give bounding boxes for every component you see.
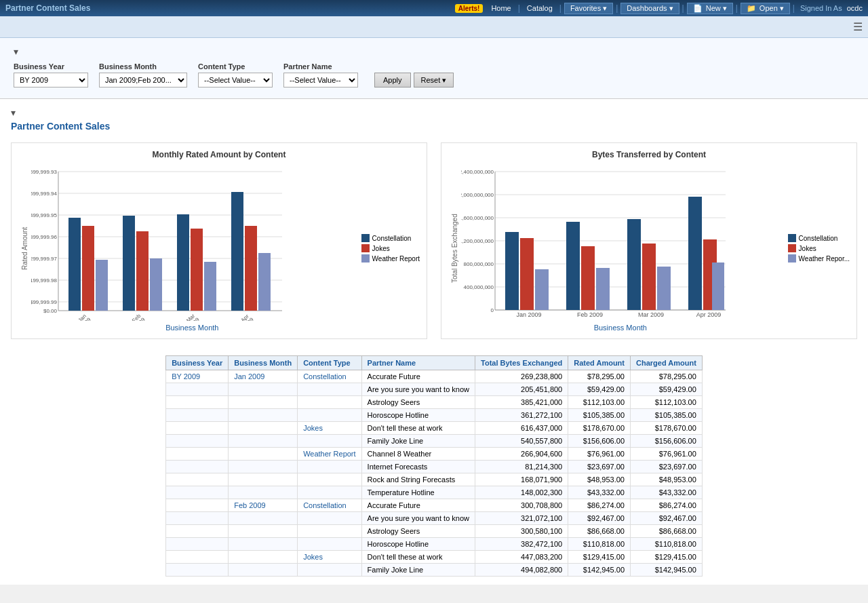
dashboards-dropdown[interactable]: Dashboards ▾ <box>620 3 679 14</box>
business-month-filter: Business Month Jan 2009;Feb 200... <box>99 62 187 87</box>
chart2-legend: Constellation Jokes Weather Repor... <box>788 165 850 332</box>
table-row: Temperature Hotline148,002,300$43,332.00… <box>166 486 703 499</box>
favorites-dropdown[interactable]: Favorites ▾ <box>564 3 613 14</box>
legend2-jokes-color <box>788 244 796 252</box>
catalog-nav[interactable]: Catalog <box>523 3 557 14</box>
section-title: Partner Content Sales <box>11 121 857 132</box>
alert-badge[interactable]: Alerts! <box>455 4 484 13</box>
table-row: Rock and String Forecasts168,071,900$48,… <box>166 473 703 486</box>
svg-text:$299,999.97: $299,999.97 <box>31 256 58 262</box>
chart1-inner: $699,999.93 $599,999.94 $499,999.95 $399… <box>31 165 353 332</box>
filter-buttons: Apply Reset ▾ <box>374 73 454 87</box>
table-row: BY 2009Jan 2009ConstellationAccurate Fut… <box>166 370 703 383</box>
col-total-bytes: Total Bytes Exchanged <box>475 356 568 370</box>
chart1-title: Monthly Rated Amount by Content <box>18 150 420 159</box>
svg-rect-28 <box>258 253 271 311</box>
business-month-label: Business Month <box>99 62 187 71</box>
legend-weather-color <box>361 254 370 262</box>
col-content-type: Content Type <box>298 356 361 370</box>
svg-text:1,200,000,000: 1,200,000,000 <box>461 238 494 244</box>
new-dropdown[interactable]: 📄 New ▾ <box>687 3 733 14</box>
col-rated-amount: Rated Amount <box>568 356 631 370</box>
table-row: Are you sure you want to know205,451,800… <box>166 383 703 396</box>
settings-icon[interactable]: ☰ <box>853 20 863 33</box>
svg-rect-62 <box>688 197 702 310</box>
table-row: JokesDon't tell these at work447,083,200… <box>166 551 703 564</box>
table-row: Are you sure you want to know321,072,100… <box>166 512 703 525</box>
content-type-select[interactable]: --Select Value-- <box>198 73 273 87</box>
filter-row: Business Year BY 2009 Business Month Jan… <box>14 62 854 87</box>
svg-text:1,600,000,000: 1,600,000,000 <box>461 215 494 221</box>
content-type-label: Content Type <box>198 62 273 71</box>
apply-button[interactable]: Apply <box>374 73 411 87</box>
svg-rect-19 <box>96 260 108 311</box>
col-business-month: Business Month <box>229 356 298 370</box>
table-row: JokesDon't tell these at work616,437,000… <box>166 422 703 435</box>
legend2-jokes: Jokes <box>788 244 850 252</box>
svg-rect-55 <box>535 269 549 310</box>
svg-rect-23 <box>177 214 189 311</box>
svg-rect-21 <box>136 231 149 311</box>
partner-name-select[interactable]: --Select Value-- <box>283 73 358 87</box>
table-row: Astrology Seers300,580,100$86,668.00$86,… <box>166 525 703 538</box>
partner-name-label: Partner Name <box>283 62 358 71</box>
svg-rect-60 <box>642 244 656 310</box>
table-row: Family Joke Line494,082,800$142,945.00$1… <box>166 564 703 577</box>
svg-rect-58 <box>596 268 610 310</box>
legend2-constellation: Constellation <box>788 234 850 242</box>
legend-jokes-color <box>361 244 370 252</box>
business-month-select[interactable]: Jan 2009;Feb 200... <box>99 73 187 87</box>
legend-constellation: Constellation <box>361 234 420 242</box>
table-row: Astrology Seers385,421,000$112,103.00$11… <box>166 396 703 409</box>
svg-text:$199,999.98: $199,999.98 <box>31 277 58 284</box>
svg-text:$399,999.96: $399,999.96 <box>31 234 58 240</box>
legend2-constellation-color <box>788 234 796 242</box>
business-year-select[interactable]: BY 2009 <box>14 73 88 87</box>
data-table: Business Year Business Month Content Typ… <box>165 355 703 577</box>
svg-text:Apr 2009: Apr 2009 <box>696 311 722 318</box>
chart2-svg: 2,400,000,000 2,000,000,000 1,600,000,00… <box>461 165 732 321</box>
business-year-label: Business Year <box>14 62 88 71</box>
svg-text:Feb 2009: Feb 2009 <box>577 311 603 318</box>
chart2-title: Bytes Transferred by Content <box>448 150 850 159</box>
svg-text:Jan 2009: Jan 2009 <box>516 311 541 318</box>
content-area: ▾ Partner Content Sales Monthly Rated Am… <box>0 99 868 585</box>
chart-rated-amount: Monthly Rated Amount by Content Rated Am… <box>11 142 427 339</box>
table-row: Horoscope Hotline361,272,100$105,385.00$… <box>166 409 703 422</box>
svg-rect-20 <box>123 216 135 311</box>
charts-row: Monthly Rated Amount by Content Rated Am… <box>11 142 857 339</box>
svg-text:$599,999.94: $599,999.94 <box>31 191 58 197</box>
legend-weather: Weather Report <box>361 254 420 262</box>
filter-toggle[interactable]: ▾ <box>14 46 854 57</box>
svg-rect-57 <box>581 246 595 310</box>
section-toggle[interactable]: ▾ <box>11 107 857 118</box>
table-row: Family Joke Line540,557,800$156,606.00$1… <box>166 435 703 448</box>
open-dropdown[interactable]: 📁 Open ▾ <box>741 3 790 14</box>
signed-in-label: Signed In As ocdc <box>800 4 863 12</box>
reset-button[interactable]: Reset ▾ <box>414 73 454 87</box>
chart1-y-label: Rated Amount <box>18 165 28 332</box>
filter-section: ▾ Business Year BY 2009 Business Month J… <box>0 38 868 99</box>
legend-constellation-color <box>361 234 370 242</box>
svg-rect-17 <box>68 218 81 311</box>
chart2-area: Total Bytes Exchanged 2,400,000,000 2,0 <box>448 165 850 332</box>
svg-rect-22 <box>150 258 162 311</box>
nav-items: Alerts! Home | Catalog | Favorites ▾ | D… <box>455 3 863 14</box>
svg-text:2,400,000,000: 2,400,000,000 <box>461 169 494 175</box>
legend-jokes: Jokes <box>361 244 420 252</box>
home-nav[interactable]: Home <box>487 3 515 14</box>
col-partner-name: Partner Name <box>361 356 475 370</box>
chart1-area: Rated Amount $699,999.93 $599,999.94 <box>18 165 420 332</box>
chart2-inner: 2,400,000,000 2,000,000,000 1,600,000,00… <box>461 165 780 332</box>
business-year-filter: Business Year BY 2009 <box>14 62 88 87</box>
content-type-filter: Content Type --Select Value-- <box>198 62 273 87</box>
legend2-weather: Weather Repor... <box>788 254 850 262</box>
svg-rect-27 <box>245 226 257 311</box>
user-name: ocdc <box>847 4 863 12</box>
svg-rect-59 <box>627 219 641 310</box>
col-charged-amount: Charged Amount <box>631 356 703 370</box>
chart2-x-label: Business Month <box>461 324 780 332</box>
svg-text:$699,999.93: $699,999.93 <box>31 169 58 175</box>
svg-rect-54 <box>520 238 534 310</box>
svg-text:$499,999.95: $499,999.95 <box>31 212 58 218</box>
